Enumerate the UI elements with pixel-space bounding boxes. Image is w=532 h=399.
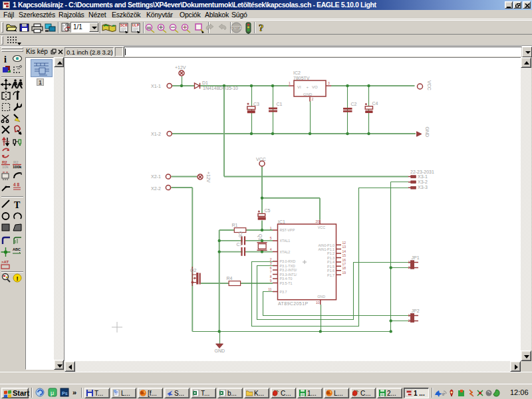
- svg-text:+12V: +12V: [175, 65, 186, 70]
- svg-text:15: 15: [342, 253, 346, 257]
- svg-text:P3.7: P3.7: [280, 290, 287, 294]
- svg-text:SCR: SCR: [120, 23, 128, 27]
- svg-text:P3.1-TXD: P3.1-TXD: [280, 264, 295, 268]
- svg-text:2: 2: [312, 97, 314, 101]
- svg-text:C1: C1: [277, 102, 283, 106]
- svg-text:VCC: VCC: [318, 225, 325, 229]
- svg-text:VCC: VCC: [256, 157, 266, 162]
- svg-text:P3.0-RXD: P3.0-RXD: [280, 259, 296, 263]
- svg-text:3: 3: [328, 81, 330, 85]
- svg-text:P3.2-INT0/: P3.2-INT0/: [280, 268, 297, 272]
- svg-text:JP2: JP2: [412, 309, 420, 313]
- svg-text:Q2: Q2: [190, 268, 196, 273]
- svg-text:10: 10: [316, 301, 320, 305]
- svg-text:X2-1: X2-1: [151, 174, 161, 179]
- svg-text:4: 4: [270, 247, 272, 251]
- svg-text:9: 9: [270, 279, 272, 283]
- svg-text:17: 17: [342, 262, 346, 266]
- svg-text:1: 1: [408, 313, 410, 317]
- svg-text:7805TV: 7805TV: [293, 76, 310, 80]
- svg-text:C2: C2: [351, 102, 357, 106]
- svg-text:7: 7: [270, 270, 272, 274]
- svg-text:5: 5: [270, 236, 272, 240]
- svg-text:GND: GND: [425, 127, 430, 138]
- svg-text:2: 2: [408, 265, 410, 269]
- svg-text:AT89C2051P: AT89C2051P: [278, 301, 309, 306]
- svg-text:T: T: [14, 200, 21, 210]
- svg-text:C6: C6: [238, 231, 243, 237]
- svg-text:GND: GND: [303, 92, 313, 96]
- svg-text:R1: R1: [232, 223, 238, 227]
- svg-text:Ps: Ps: [62, 391, 68, 396]
- svg-text:GND: GND: [215, 348, 225, 353]
- svg-text:C5: C5: [265, 208, 271, 213]
- svg-text:+12V: +12V: [206, 172, 211, 183]
- svg-text:XTAL1: XTAL1: [280, 239, 291, 243]
- svg-text:P3.5-T1: P3.5-T1: [280, 281, 293, 285]
- svg-text:RST-VPP: RST-VPP: [280, 228, 295, 232]
- svg-text:P1.3: P1.3: [327, 256, 334, 260]
- svg-text:1: 1: [408, 260, 410, 264]
- svg-text:i: i: [4, 55, 7, 65]
- svg-text:1: 1: [289, 81, 291, 85]
- svg-text:16: 16: [342, 258, 346, 262]
- svg-text:P1.7: P1.7: [327, 273, 334, 277]
- svg-text:VI: VI: [297, 85, 301, 89]
- svg-text:!: !: [17, 275, 19, 282]
- svg-text:20: 20: [315, 219, 319, 223]
- svg-text:+: +: [307, 85, 309, 89]
- svg-text:2: 2: [270, 257, 272, 261]
- svg-text:19: 19: [342, 271, 346, 275]
- svg-text:4 8: 4 8: [13, 182, 19, 187]
- svg-text:μ: μ: [51, 390, 54, 396]
- svg-text:R4: R4: [227, 276, 233, 281]
- svg-text:2: 2: [408, 319, 410, 323]
- svg-text:JP1: JP1: [412, 255, 420, 260]
- svg-text:STOP: STOP: [232, 27, 240, 30]
- svg-text:1N4148DO35-10: 1N4148DO35-10: [203, 86, 238, 90]
- svg-text:P3.3-INT1/: P3.3-INT1/: [280, 273, 297, 277]
- svg-text:14: 14: [342, 249, 346, 253]
- svg-text:D1: D1: [202, 80, 208, 85]
- svg-text:13: 13: [342, 245, 346, 249]
- svg-text:X3-2: X3-2: [418, 180, 428, 184]
- svg-text:P3.4-T0: P3.4-T0: [280, 277, 293, 281]
- svg-text:VO: VO: [312, 85, 318, 89]
- svg-text:XTAL2: XTAL2: [280, 250, 291, 254]
- svg-text:6: 6: [270, 266, 272, 270]
- svg-text:18: 18: [342, 266, 346, 270]
- svg-text:Q1: Q1: [257, 234, 263, 240]
- svg-text:AIN0-P1.0: AIN0-P1.0: [319, 243, 334, 247]
- svg-text:P1.6: P1.6: [327, 269, 334, 273]
- svg-text:10k: 10k: [2, 165, 9, 169]
- svg-text:C4: C4: [372, 101, 378, 106]
- svg-text:1: 1: [270, 226, 272, 230]
- svg-text:?: ?: [259, 23, 264, 33]
- svg-text:AIN1-P1.1: AIN1-P1.1: [319, 247, 334, 251]
- svg-text:>AT: >AT: [1, 260, 9, 264]
- svg-text:IC1: IC1: [278, 219, 285, 224]
- svg-text:GND: GND: [317, 295, 325, 299]
- svg-text:VCC: VCC: [427, 80, 432, 90]
- svg-text:R2: R2: [2, 160, 7, 164]
- svg-text:R2: R2: [13, 160, 19, 164]
- svg-text:X2-2: X2-2: [151, 186, 161, 191]
- svg-text:P1.4: P1.4: [327, 260, 334, 264]
- svg-text:8: 8: [270, 275, 272, 279]
- svg-text:IC2: IC2: [293, 70, 301, 75]
- svg-text:P1.5: P1.5: [327, 265, 334, 269]
- svg-text:X1-1: X1-1: [151, 84, 161, 88]
- svg-text:100k: 100k: [13, 165, 22, 169]
- svg-text:ULP: ULP: [132, 23, 140, 27]
- svg-text:3: 3: [270, 261, 272, 265]
- svg-text:11: 11: [268, 287, 271, 291]
- svg-text:X3-3: X3-3: [418, 185, 428, 190]
- svg-text:ABC: ABC: [13, 247, 21, 251]
- svg-text:P1.2: P1.2: [327, 251, 334, 255]
- svg-text:X3-1: X3-1: [418, 174, 428, 179]
- svg-text:12: 12: [342, 241, 346, 245]
- svg-text:C7: C7: [237, 242, 243, 247]
- svg-text:X1-2: X1-2: [151, 132, 161, 136]
- svg-text:C3: C3: [253, 102, 259, 106]
